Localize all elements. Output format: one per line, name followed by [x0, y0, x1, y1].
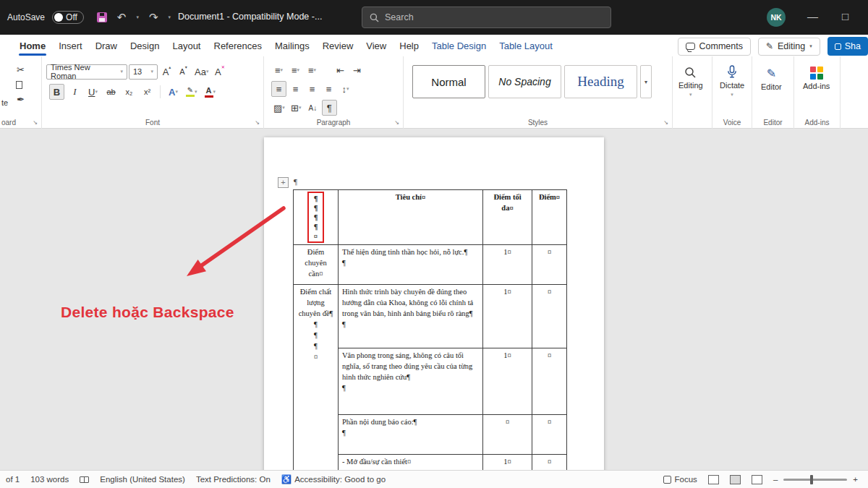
cell-header-score[interactable]: Điểm¤: [532, 190, 567, 245]
cell-header-max[interactable]: Điểm tối đa¤: [483, 190, 532, 245]
tab-layout[interactable]: Layout: [166, 36, 207, 56]
document-page[interactable]: + ¶ ¶ ¶ ¶ ¶ ¤ Tiêu chí¤ Điểm tối đa¤ Điể…: [264, 137, 604, 470]
clear-formatting-button[interactable]: A ✕: [212, 64, 227, 80]
tab-table-design[interactable]: Table Design: [425, 36, 493, 56]
save-icon[interactable]: [97, 12, 107, 22]
comments-button[interactable]: Comments: [678, 38, 751, 56]
text-effects-button[interactable]: A ▾: [166, 84, 181, 100]
cell-content-max[interactable]: ¤: [483, 415, 532, 455]
tab-design[interactable]: Design: [124, 36, 166, 56]
cell-attendance-text[interactable]: Thể hiện đúng tinh thần học hỏi, nỗ lực.…: [339, 245, 483, 285]
proofing-errors-icon[interactable]: [80, 476, 89, 483]
borders-button[interactable]: ⊞ ▾: [289, 100, 304, 116]
dictate-button[interactable]: Dictate ▾: [720, 65, 744, 98]
text-predictions-status[interactable]: Text Predictions: On: [196, 475, 271, 484]
font-dialog-launcher-icon[interactable]: ↘: [255, 119, 260, 126]
minimize-button[interactable]: —: [804, 10, 821, 22]
tab-table-layout[interactable]: Table Layout: [493, 36, 559, 56]
tab-help[interactable]: Help: [393, 36, 425, 56]
zoom-slider-thumb[interactable]: [810, 475, 813, 484]
align-center-button[interactable]: ≡: [288, 81, 303, 97]
paste-button-partial[interactable]: te: [1, 98, 8, 107]
font-color-button[interactable]: A ▾: [203, 84, 218, 100]
tab-view[interactable]: View: [359, 36, 393, 56]
grow-font-button[interactable]: A ▴: [159, 64, 174, 80]
style-no-spacing[interactable]: No Spacing: [488, 65, 561, 98]
cut-icon[interactable]: ✂: [13, 64, 28, 75]
zoom-slider[interactable]: [783, 479, 847, 481]
word-count[interactable]: 103 words: [30, 475, 69, 484]
cell-intro-text[interactable]: - Mở đầu/sự cần thiết¤: [339, 455, 483, 471]
cell-content-text[interactable]: Phần nội dung báo cáo:¶ ¶: [339, 415, 483, 455]
language-status[interactable]: English (United States): [100, 475, 185, 484]
print-layout-button[interactable]: [730, 475, 741, 484]
increase-indent-button[interactable]: ⇥: [349, 62, 365, 78]
cell-attendance-label[interactable]: Điểm chuyên cần¤: [294, 245, 339, 285]
styles-more-button[interactable]: ▾: [640, 65, 652, 98]
shading-button[interactable]: ▨ ▾: [271, 100, 287, 116]
table-move-handle[interactable]: +: [278, 177, 289, 188]
cell-attendance-max[interactable]: 1¤: [483, 245, 532, 285]
sort-button[interactable]: A↓: [305, 100, 320, 116]
editing-mode-dropdown[interactable]: ✎ Editing ▾: [758, 38, 820, 56]
highlight-color-button[interactable]: ✎ ▾: [184, 84, 200, 100]
font-size-select[interactable]: 13 ▾: [129, 64, 158, 80]
cell-style-max[interactable]: 1¤: [483, 348, 532, 415]
strikethrough-button[interactable]: ab: [103, 84, 119, 100]
clipboard-dialog-launcher-icon[interactable]: ↘: [33, 119, 38, 126]
cell-content-score[interactable]: ¤: [532, 415, 567, 455]
format-painter-icon[interactable]: ✒: [13, 93, 28, 105]
superscript-button[interactable]: x²: [140, 84, 155, 100]
focus-mode-button[interactable]: Focus: [663, 475, 697, 484]
shrink-font-button[interactable]: A ▾: [176, 64, 191, 80]
cell-marks[interactable]: ¶ ¶ ¶ ¶ ¤: [294, 190, 339, 245]
decrease-indent-button[interactable]: ⇤: [333, 62, 348, 78]
align-right-button[interactable]: ≡: [305, 81, 320, 97]
tab-mailings[interactable]: Mailings: [268, 36, 316, 56]
editor-button[interactable]: ✎ Editor: [761, 67, 782, 91]
cell-quality-label[interactable]: Điểm chất lượng chuyên đề¶ ¶ ¶ ¶ ¤: [294, 285, 339, 471]
search-input[interactable]: Search: [362, 7, 611, 28]
cell-style-text[interactable]: Văn phong trong sáng, không có câu tối n…: [339, 348, 483, 415]
line-spacing-button[interactable]: ↕ ▾: [338, 81, 353, 97]
zoom-in-button[interactable]: +: [853, 475, 858, 484]
cell-format-score[interactable]: ¤: [532, 285, 567, 348]
subscript-button[interactable]: x₂: [122, 84, 137, 100]
copy-icon[interactable]: [16, 81, 22, 89]
web-layout-button[interactable]: [752, 475, 762, 484]
show-formatting-marks-button[interactable]: ¶: [322, 100, 337, 116]
italic-button[interactable]: I: [67, 84, 82, 100]
cell-intro-max[interactable]: 1¤: [483, 455, 532, 471]
style-heading[interactable]: Heading: [564, 65, 637, 98]
multilevel-list-button[interactable]: ≡ ▾: [305, 62, 320, 78]
cell-format-text[interactable]: Hình thức trình bày chuyên đề đúng theo …: [339, 285, 483, 348]
style-normal[interactable]: Normal: [412, 65, 485, 98]
avatar[interactable]: NK: [767, 8, 786, 27]
redo-button[interactable]: ↷: [146, 11, 161, 24]
editing-menu-button[interactable]: Editing ▾: [678, 67, 703, 98]
undo-button[interactable]: ↶: [114, 11, 129, 24]
undo-caret-icon[interactable]: ▾: [136, 14, 139, 20]
paragraph-dialog-launcher-icon[interactable]: ↘: [394, 119, 399, 126]
paragraph-marks-highlight[interactable]: ¶ ¶ ¶ ¶ ¤: [307, 192, 325, 243]
bullets-button[interactable]: ≡ ▾: [271, 62, 286, 78]
cell-attendance-score[interactable]: ¤: [532, 245, 567, 285]
page-indicator[interactable]: of 1: [6, 475, 20, 484]
underline-button[interactable]: U ▾: [85, 84, 101, 100]
numbering-button[interactable]: ≡ ▾: [288, 62, 303, 78]
toolbar-more-caret-icon[interactable]: ▾: [169, 14, 171, 20]
tab-draw[interactable]: Draw: [89, 36, 124, 56]
align-left-button[interactable]: ≡: [271, 81, 286, 97]
tab-home[interactable]: Home: [13, 36, 52, 56]
cell-style-score[interactable]: ¤: [532, 348, 567, 415]
share-button[interactable]: Sha: [827, 37, 868, 56]
styles-dialog-launcher-icon[interactable]: ↘: [663, 119, 668, 126]
cell-header-criteria[interactable]: Tiêu chí¤: [339, 190, 483, 245]
justify-button[interactable]: ≡: [321, 81, 336, 97]
maximize-button[interactable]: □: [839, 10, 851, 22]
change-case-button[interactable]: Aa ▾: [192, 64, 210, 80]
read-mode-button[interactable]: [708, 475, 719, 484]
addins-button[interactable]: Add-ins: [803, 67, 830, 90]
cell-intro-score[interactable]: ¤: [532, 455, 567, 471]
tab-insert[interactable]: Insert: [52, 36, 89, 56]
